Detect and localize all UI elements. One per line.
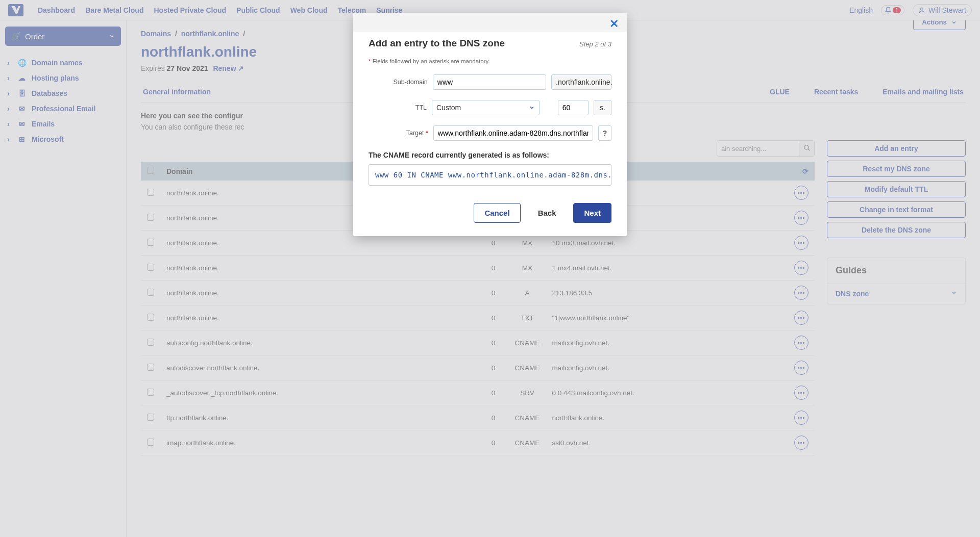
generated-record: www 60 IN CNAME www.northflank.online.ad…: [369, 164, 611, 186]
label-sub-domain: Sub-domain: [369, 79, 428, 86]
mandatory-text: Fields followed by an asterisk are manda…: [373, 58, 490, 64]
label-ttl: TTL: [369, 104, 427, 111]
domain-suffix: .northflank.online.: [551, 74, 611, 90]
target-input[interactable]: [433, 125, 593, 141]
label-target: Target *: [369, 130, 428, 137]
chevron-down-icon: [529, 105, 535, 111]
sub-domain-input[interactable]: [433, 74, 546, 90]
modal-title: Add an entry to the DNS zone: [369, 38, 505, 49]
add-entry-modal: ✕ Add an entry to the DNS zone Step 2 of…: [353, 13, 627, 236]
generated-label: The CNAME record currently generated is …: [369, 151, 611, 159]
next-button[interactable]: Next: [573, 203, 611, 223]
close-icon[interactable]: ✕: [606, 16, 622, 32]
help-icon[interactable]: ?: [598, 125, 611, 141]
ttl-unit: s.: [594, 100, 611, 115]
ttl-select[interactable]: Custom: [432, 100, 540, 115]
mandatory-note: * Fields followed by an asterisk are man…: [369, 58, 611, 64]
ttl-value-input[interactable]: [558, 100, 589, 115]
label-target-text: Target: [406, 130, 424, 137]
ttl-select-value: Custom: [436, 104, 461, 112]
cancel-button[interactable]: Cancel: [474, 203, 520, 223]
modal-step: Step 2 of 3: [579, 40, 611, 48]
back-button[interactable]: Back: [528, 203, 567, 223]
